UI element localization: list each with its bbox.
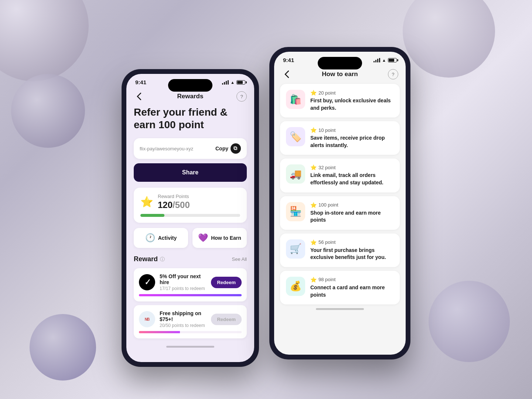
how-to-earn-button[interactable]: 💜 How to Earn <box>192 228 247 248</box>
earn-label: How to Earn <box>211 235 241 241</box>
battery-icon-left <box>236 80 245 85</box>
screen-content-left: Refer your friend & earn 100 point flix-… <box>126 106 254 342</box>
earn-points-2: 10 point <box>318 127 335 133</box>
earn-points-5: 56 point <box>318 239 335 245</box>
points-label: Reward Points <box>158 194 240 199</box>
status-icons-right: ▲ <box>374 58 397 62</box>
signal-icon-right <box>374 58 380 62</box>
earn-desc-6: Connect a card and earn more points <box>310 284 394 299</box>
referral-box: flix-pay/awesomeyou-xyz Copy <box>134 138 247 159</box>
share-button[interactable]: Share <box>134 163 247 182</box>
svg-rect-1 <box>234 147 236 149</box>
phone-right: 9:41 ▲ <box>270 47 410 359</box>
see-all-link[interactable]: See All <box>232 256 247 262</box>
activity-label: Activity <box>158 235 177 241</box>
star-icon: ⭐ <box>140 196 153 208</box>
earn-desc-2: Save items, receive price drop alerts in… <box>310 134 394 149</box>
reward-section-header: Reward ⓘ See All <box>134 255 247 263</box>
earn-item-6: 💰 ⭐ 98 point Connect a card and earn mor… <box>280 271 400 304</box>
reward-item-nike: ✓ 5% Off your next hire 17/17 points to … <box>134 268 247 301</box>
earn-item-1: 🛍️ ⭐ 20 point First buy, unlock exclusiv… <box>280 84 400 117</box>
hero-title: Refer your friend & earn 100 point <box>134 106 247 131</box>
nike-logo: ✓ <box>139 274 155 290</box>
earn-item-icon-5: 🛒 <box>286 239 305 259</box>
earn-item-icon-3: 🚚 <box>286 164 305 184</box>
home-indicator-left <box>166 346 214 348</box>
quick-actions: 🕐 Activity 💜 How to Earn <box>134 228 247 248</box>
page-title-right: How to earn <box>322 71 358 78</box>
earn-desc-5: Your first purchase brings exclusive ben… <box>310 247 394 261</box>
earn-item-2: 🏷️ ⭐ 10 point Save items, receive price … <box>280 121 400 155</box>
earn-points-1: 20 point <box>318 90 335 96</box>
dynamic-island-right <box>318 57 362 69</box>
earn-points-4: 100 point <box>318 202 338 208</box>
referral-url: flix-pay/awesomeyou-xyz <box>140 146 193 151</box>
earn-item-icon-4: 🏪 <box>286 202 305 221</box>
wifi-icon-left: ▲ <box>231 80 235 85</box>
nb-redeem-button[interactable]: Redeem <box>211 314 242 325</box>
earn-item-icon-2: 🏷️ <box>286 127 305 146</box>
nb-progress-bar <box>139 331 242 333</box>
earn-points-6: 98 point <box>318 277 335 282</box>
help-button-left[interactable]: ? <box>236 91 247 102</box>
activity-button[interactable]: 🕐 Activity <box>134 228 188 248</box>
reward-section-title: Reward <box>134 255 158 263</box>
copy-button[interactable]: Copy <box>215 143 241 154</box>
phone-right-screen: 9:41 ▲ <box>274 52 406 355</box>
points-progress-bar <box>140 214 240 217</box>
nb-reward-title: Free shipping on $75+! <box>160 310 207 322</box>
home-indicator-right <box>316 308 364 310</box>
earn-list: 🛍️ ⭐ 20 point First buy, unlock exclusiv… <box>274 84 406 304</box>
help-button-right[interactable]: ? <box>388 69 398 79</box>
status-time-right: 9:41 <box>283 57 294 63</box>
page-title-left: Rewards <box>177 93 204 100</box>
nike-redeem-button[interactable]: Redeem <box>211 277 242 288</box>
svg-rect-0 <box>235 147 237 150</box>
status-time-left: 9:41 <box>135 79 146 85</box>
earn-desc-4: Shop in-store and earn more points <box>310 209 394 224</box>
phone-left: 9:41 ▲ <box>122 69 259 366</box>
earn-icon: 💜 <box>198 233 208 243</box>
nb-logo: NB <box>139 311 155 327</box>
earn-item-4: 🏪 ⭐ 100 point Shop in-store and earn mor… <box>280 196 400 230</box>
earn-desc-1: First buy, unlock exclusive deals and pe… <box>310 97 394 112</box>
nike-reward-title: 5% Off your next hire <box>160 273 207 285</box>
wifi-icon-right: ▲ <box>382 58 386 62</box>
nike-reward-subtitle: 17/17 points to redeem <box>160 286 207 291</box>
phone-left-screen: 9:41 ▲ <box>126 74 254 362</box>
phones-container: 9:41 ▲ <box>122 47 410 366</box>
reward-points-box: ⭐ Reward Points 120/500 <box>134 188 247 223</box>
copy-icon <box>231 143 241 154</box>
battery-icon-right <box>388 58 397 62</box>
signal-icon-left <box>222 80 229 85</box>
earn-desc-3: Link email, track all orders effortlessl… <box>310 172 394 186</box>
reward-item-nb: NB Free shipping on $75+! 20/50 points t… <box>134 305 247 338</box>
back-button-left[interactable] <box>134 91 144 102</box>
points-value: 120/500 <box>158 200 240 210</box>
earn-item-icon-6: 💰 <box>286 277 305 296</box>
earn-item-5: 🛒 ⭐ 56 point Your first purchase brings … <box>280 233 400 267</box>
dynamic-island-left <box>168 79 212 92</box>
earn-points-3: 32 point <box>318 165 335 170</box>
back-button-right[interactable] <box>282 69 292 79</box>
status-icons-left: ▲ <box>222 80 245 85</box>
nike-progress-bar <box>139 294 242 296</box>
nb-reward-subtitle: 20/50 points to redeem <box>160 323 207 328</box>
earn-item-3: 🚚 ⭐ 32 point Link email, track all order… <box>280 158 400 192</box>
activity-icon: 🕐 <box>145 233 155 243</box>
earn-item-icon-1: 🛍️ <box>286 90 305 109</box>
